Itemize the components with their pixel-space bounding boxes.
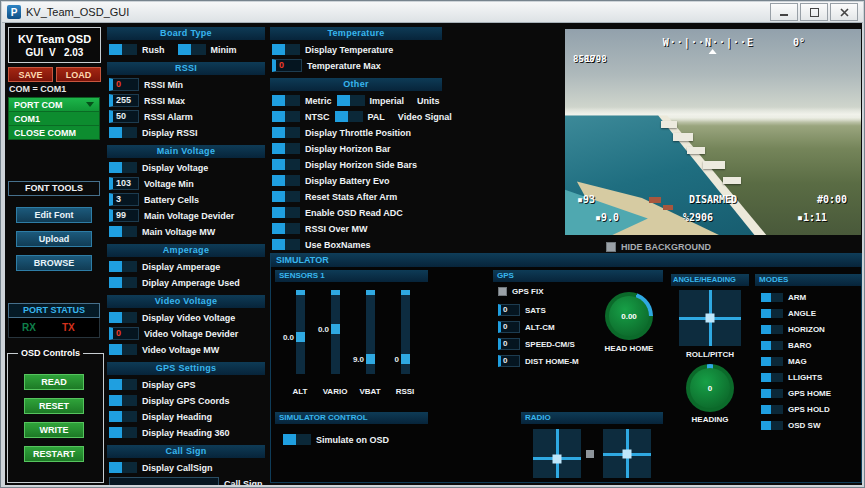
- video-voltage-mw-toggle[interactable]: [109, 344, 137, 355]
- simulate-on-osd-toggle[interactable]: [283, 434, 311, 445]
- display-gps-toggle[interactable]: [109, 379, 137, 390]
- display-amperage-toggle[interactable]: [109, 261, 137, 272]
- display-heading-toggle[interactable]: [109, 411, 137, 422]
- minim-toggle[interactable]: [178, 44, 206, 55]
- display-rssi-toggle[interactable]: [109, 127, 137, 138]
- gps-fix-checkbox[interactable]: [498, 287, 507, 296]
- close-button[interactable]: [830, 3, 858, 21]
- main-voltage-mw-toggle[interactable]: [109, 226, 137, 237]
- head-home-label: HEAD HOME: [597, 344, 661, 353]
- compass-marker-icon: [709, 49, 717, 54]
- display-temperature-toggle[interactable]: [272, 44, 300, 55]
- display-video-voltage-toggle[interactable]: [109, 312, 137, 323]
- load-button[interactable]: LOAD: [56, 67, 101, 82]
- osd-sw-toggle[interactable]: [761, 421, 783, 430]
- use-boxnames-toggle[interactable]: [272, 239, 300, 250]
- ntsc-toggle[interactable]: [272, 111, 300, 122]
- vario-slider-value: 0.0: [304, 325, 329, 334]
- battery-cells-field[interactable]: 3: [109, 193, 139, 206]
- dropdown-option-com1[interactable]: COM1: [9, 111, 99, 125]
- photo-building: [687, 147, 705, 154]
- rssi-alarm-field[interactable]: 50: [109, 110, 139, 123]
- display-amperage-used-toggle[interactable]: [109, 277, 137, 288]
- roll-pitch-pad[interactable]: [679, 290, 741, 346]
- alt-slider-value: 0.0: [269, 333, 294, 342]
- simulator-header: SIMULATOR: [271, 254, 861, 267]
- simulator-panel: SIMULATOR SENSORS 1 0.0 ALT 0.0 VARIO 9.…: [270, 253, 862, 483]
- dist-home-field[interactable]: 0: [498, 355, 520, 367]
- dropdown-option-close-comm[interactable]: CLOSE COMM: [9, 125, 99, 139]
- upload-button[interactable]: Upload: [16, 231, 92, 247]
- temperature-max-field[interactable]: 0: [272, 59, 302, 72]
- rssi-alarm-label: RSSI Alarm: [144, 112, 193, 122]
- speed-cms-field[interactable]: 0: [498, 338, 520, 350]
- display-voltage-toggle[interactable]: [109, 162, 137, 173]
- gps-hold-toggle[interactable]: [761, 405, 783, 414]
- horizon-mode-toggle[interactable]: [761, 325, 783, 334]
- video-voltage-header: Video Voltage: [107, 295, 265, 308]
- display-heading-360-toggle[interactable]: [109, 427, 137, 438]
- roll-pitch-thumb[interactable]: [706, 314, 715, 323]
- arm-toggle[interactable]: [761, 293, 783, 302]
- vario-slider-thumb[interactable]: [331, 324, 340, 334]
- video-voltage-divider-field[interactable]: 0: [109, 327, 139, 340]
- gps-home-toggle[interactable]: [761, 389, 783, 398]
- display-throttle-toggle[interactable]: [272, 127, 300, 138]
- write-button[interactable]: WRITE: [24, 422, 84, 438]
- maximize-button[interactable]: [800, 3, 828, 21]
- display-horizon-bar-toggle[interactable]: [272, 143, 300, 154]
- photo-building: [703, 161, 725, 169]
- call-sign-input[interactable]: [109, 477, 219, 486]
- rssi-max-field[interactable]: 255: [109, 94, 139, 107]
- rush-toggle[interactable]: [109, 44, 137, 55]
- alt-cm-field[interactable]: 0: [498, 321, 520, 333]
- display-battery-evo-toggle[interactable]: [272, 175, 300, 186]
- radio-left-stick-thumb[interactable]: [553, 455, 562, 464]
- display-gps-label: Display GPS: [142, 380, 196, 390]
- reset-stats-toggle[interactable]: [272, 191, 300, 202]
- display-horizon-side-bars-toggle[interactable]: [272, 159, 300, 170]
- main-voltage-divider-field[interactable]: 99: [109, 209, 139, 222]
- display-gps-coords-toggle[interactable]: [109, 395, 137, 406]
- hide-background-label: HIDE BACKGROUND: [621, 242, 711, 252]
- imperial-toggle[interactable]: [337, 95, 365, 106]
- imperial-label: Imperial: [370, 96, 405, 106]
- pal-toggle[interactable]: [335, 111, 363, 122]
- app-icon: P: [7, 5, 21, 19]
- hide-background-checkbox[interactable]: [606, 242, 616, 252]
- baro-toggle[interactable]: [761, 341, 783, 350]
- modes-header: MODES: [755, 274, 861, 286]
- display-throttle-label: Display Throttle Position: [305, 128, 411, 138]
- angle-mode-toggle[interactable]: [761, 309, 783, 318]
- port-com-selected[interactable]: PORT COM: [9, 98, 99, 111]
- minimize-button[interactable]: [770, 3, 798, 21]
- gps-settings-header: GPS Settings: [107, 362, 265, 375]
- main-voltage-header: Main Voltage: [107, 145, 265, 158]
- settings-column-1: Board Type Rush Minim RSSI 0RSSI Min 255…: [107, 27, 265, 485]
- enable-osd-read-adc-label: Enable OSD Read ADC: [305, 208, 403, 218]
- read-button[interactable]: READ: [24, 374, 84, 390]
- browse-button[interactable]: BROWSE: [16, 255, 92, 271]
- display-callsign-toggle[interactable]: [109, 462, 137, 473]
- edit-font-button[interactable]: Edit Font: [16, 207, 92, 223]
- radio-right-stick-pad[interactable]: [603, 429, 651, 478]
- angle-mode-label: ANGLE: [788, 309, 816, 318]
- rssi-over-mw-toggle[interactable]: [272, 223, 300, 234]
- sats-field[interactable]: 0: [498, 304, 520, 316]
- radio-right-stick-thumb[interactable]: [623, 449, 632, 458]
- rssi-min-field[interactable]: 0: [109, 78, 139, 91]
- llights-toggle[interactable]: [761, 373, 783, 382]
- window-controls: [768, 3, 858, 21]
- heading-gauge: 0: [686, 364, 734, 412]
- osd-left-column-2: 1798: [585, 55, 593, 64]
- save-button[interactable]: SAVE: [8, 67, 53, 82]
- rssi-slider-thumb[interactable]: [401, 354, 410, 364]
- radio-left-stick-pad[interactable]: [533, 429, 581, 478]
- reset-button[interactable]: RESET: [24, 398, 84, 414]
- enable-osd-read-adc-toggle[interactable]: [272, 207, 300, 218]
- angle-heading-header: ANGLE/HEADING: [671, 274, 749, 286]
- voltage-min-field[interactable]: 103: [109, 177, 139, 190]
- mag-toggle[interactable]: [761, 357, 783, 366]
- metric-toggle[interactable]: [272, 95, 300, 106]
- restart-button[interactable]: RESTART: [24, 446, 84, 462]
